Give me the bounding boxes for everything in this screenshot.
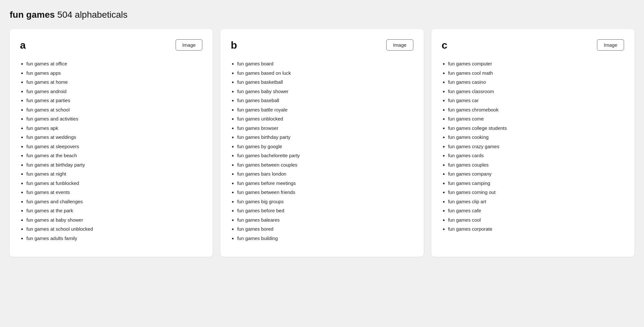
list-item[interactable]: fun games college students (448, 125, 624, 132)
list-item[interactable]: fun games birthday party (237, 134, 413, 141)
list-item[interactable]: fun games casino (448, 79, 624, 86)
list-item[interactable]: fun games and activities (26, 115, 202, 123)
list-item[interactable]: fun games browser (237, 125, 413, 132)
list-item[interactable]: fun games board (237, 60, 413, 68)
list-item[interactable]: fun games at school (26, 106, 202, 114)
list-item[interactable]: fun games chromebook (448, 106, 624, 114)
list-item[interactable]: fun games before bed (237, 207, 413, 215)
list-item[interactable]: fun games at birthday party (26, 161, 202, 169)
list-item[interactable]: fun games unblocked (237, 115, 413, 123)
list-item[interactable]: fun games bored (237, 226, 413, 233)
list-item[interactable]: fun games couples (448, 161, 624, 169)
list-item[interactable]: fun games at school unblocked (26, 226, 202, 233)
list-item[interactable]: fun games baseball (237, 97, 413, 104)
card-c: cImagefun games computerfun games cool m… (431, 29, 634, 257)
list-item[interactable]: fun games adults family (26, 235, 202, 242)
list-item[interactable]: fun games coming out (448, 189, 624, 196)
list-item[interactable]: fun games company (448, 170, 624, 178)
list-item[interactable]: fun games at events (26, 189, 202, 196)
list-item[interactable]: fun games and challenges (26, 198, 202, 206)
list-item[interactable]: fun games building (237, 235, 413, 242)
list-item[interactable]: fun games at home (26, 79, 202, 86)
card-letter-b: b (231, 39, 237, 51)
list-item[interactable]: fun games between friends (237, 189, 413, 196)
list-item[interactable]: fun games cool math (448, 70, 624, 77)
card-header-b: bImage (231, 39, 413, 51)
list-item[interactable]: fun games bars london (237, 170, 413, 178)
image-button-c[interactable]: Image (597, 39, 624, 51)
list-item[interactable]: fun games at weddings (26, 134, 202, 141)
list-item[interactable]: fun games come (448, 115, 624, 123)
list-item[interactable]: fun games car (448, 97, 624, 104)
list-item[interactable]: fun games at sleepovers (26, 143, 202, 150)
list-item[interactable]: fun games at office (26, 60, 202, 68)
list-item[interactable]: fun games crazy games (448, 143, 624, 150)
card-header-a: aImage (20, 39, 202, 51)
list-item[interactable]: fun games battle royale (237, 106, 413, 114)
card-list-c: fun games computerfun games cool mathfun… (442, 60, 624, 233)
list-item[interactable]: fun games big groups (237, 198, 413, 206)
list-item[interactable]: fun games baby shower (237, 88, 413, 95)
list-item[interactable]: fun games android (26, 88, 202, 95)
list-item[interactable]: fun games apps (26, 70, 202, 77)
card-letter-c: c (442, 39, 447, 51)
list-item[interactable]: fun games at the park (26, 207, 202, 215)
list-item[interactable]: fun games bachelorette party (237, 152, 413, 159)
cards-container: aImagefun games at officefun games appsf… (10, 29, 634, 257)
card-header-c: cImage (442, 39, 624, 51)
list-item[interactable]: fun games computer (448, 60, 624, 68)
list-item[interactable]: fun games at night (26, 170, 202, 178)
card-a: aImagefun games at officefun games appsf… (10, 29, 213, 257)
card-list-a: fun games at officefun games appsfun gam… (20, 60, 202, 242)
list-item[interactable]: fun games clip art (448, 198, 624, 206)
image-button-a[interactable]: Image (176, 39, 203, 51)
list-item[interactable]: fun games at baby shower (26, 216, 202, 224)
list-item[interactable]: fun games apk (26, 125, 202, 132)
list-item[interactable]: fun games corporate (448, 226, 624, 233)
list-item[interactable]: fun games by google (237, 143, 413, 150)
card-list-b: fun games boardfun games based on luckfu… (231, 60, 413, 242)
list-item[interactable]: fun games baleares (237, 216, 413, 224)
list-item[interactable]: fun games at parties (26, 97, 202, 104)
list-item[interactable]: fun games classroom (448, 88, 624, 95)
list-item[interactable]: fun games cafe (448, 207, 624, 215)
page-title: fun games 504 alphabeticals (10, 10, 634, 20)
card-b: bImagefun games boardfun games based on … (220, 29, 423, 257)
image-button-b[interactable]: Image (386, 39, 413, 51)
list-item[interactable]: fun games basketball (237, 79, 413, 86)
list-item[interactable]: fun games cooking (448, 134, 624, 141)
list-item[interactable]: fun games cool (448, 216, 624, 224)
list-item[interactable]: fun games cards (448, 152, 624, 159)
list-item[interactable]: fun games before meetings (237, 180, 413, 187)
list-item[interactable]: fun games based on luck (237, 70, 413, 77)
list-item[interactable]: fun games at funblocked (26, 180, 202, 187)
card-letter-a: a (20, 39, 26, 51)
list-item[interactable]: fun games between couples (237, 161, 413, 169)
list-item[interactable]: fun games camping (448, 180, 624, 187)
list-item[interactable]: fun games at the beach (26, 152, 202, 159)
